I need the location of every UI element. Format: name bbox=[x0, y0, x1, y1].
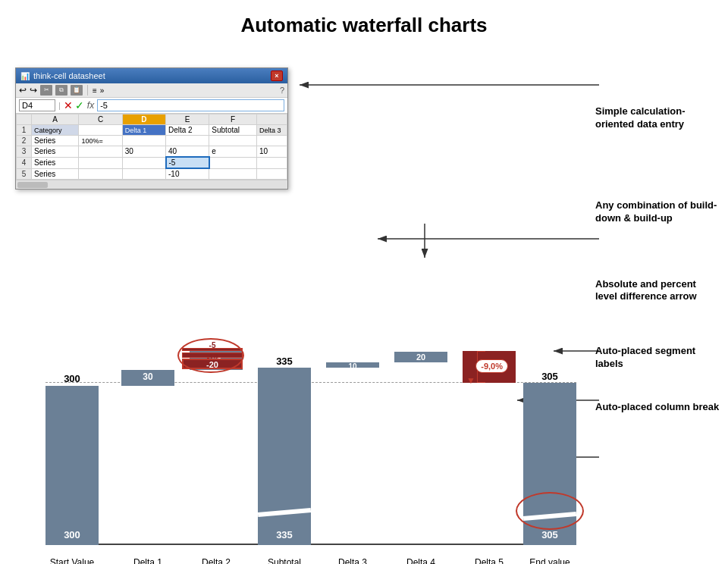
cell-3extra: 10 bbox=[257, 146, 287, 158]
corner-cell bbox=[17, 114, 32, 125]
confirm-formula-icon[interactable]: ✓ bbox=[75, 99, 84, 111]
cell-2a[interactable]: Series bbox=[32, 136, 79, 146]
row-5-header: 5 bbox=[17, 168, 32, 180]
cell-1e[interactable]: Delta 2 bbox=[166, 125, 209, 136]
paste-icon[interactable]: 📋 bbox=[71, 85, 83, 96]
scrollbar-thumb[interactable] bbox=[17, 182, 48, 188]
cell-2e[interactable] bbox=[166, 136, 209, 146]
cell-3a[interactable]: Series bbox=[32, 146, 79, 158]
col-label-start: Start Value bbox=[46, 557, 99, 564]
datasheet-toolbar: ↩ ↪ ✂ ⧉ 📋 ≡ » ? bbox=[16, 83, 287, 98]
cell-5extra bbox=[257, 168, 287, 180]
col-label-delta4: Delta 4 bbox=[394, 557, 447, 564]
col-e-header[interactable]: E bbox=[166, 114, 209, 125]
help-icon[interactable]: ? bbox=[280, 86, 284, 95]
cancel-formula-icon[interactable]: ✕ bbox=[64, 99, 73, 111]
col-a-header[interactable]: A bbox=[32, 114, 79, 125]
formula-icons: ✕ ✓ bbox=[64, 99, 84, 111]
table-row: 2 Series 100%= bbox=[17, 136, 287, 146]
col-label-delta5: Delta 5 bbox=[463, 557, 516, 564]
diff-label: -9,0% bbox=[475, 359, 508, 373]
horizontal-scrollbar[interactable] bbox=[16, 180, 287, 189]
table-row: 5 Series -10 bbox=[17, 168, 287, 180]
circle-end-value bbox=[516, 492, 584, 530]
cell-2f[interactable] bbox=[209, 136, 257, 146]
table-row: 4 Series -5 bbox=[17, 157, 287, 168]
cell-4a[interactable]: Series bbox=[32, 157, 79, 168]
annotation-absolute: Absolute and percent level difference ar… bbox=[595, 278, 720, 304]
datasheet-title: think-cell datasheet bbox=[33, 71, 105, 80]
cell-3f[interactable]: e bbox=[209, 146, 257, 158]
cell-2c[interactable]: 100%= bbox=[79, 136, 122, 146]
name-box[interactable] bbox=[19, 99, 55, 111]
bar-start-value-top-label: 300 bbox=[46, 373, 99, 384]
col-d-header[interactable]: D bbox=[122, 114, 165, 125]
cell-4d[interactable] bbox=[122, 157, 165, 168]
annotations-panel: Simple calculation-oriented data entry A… bbox=[595, 90, 720, 437]
cell-2extra bbox=[257, 136, 287, 146]
cell-4extra bbox=[257, 157, 287, 168]
row-1-header: 1 bbox=[17, 125, 32, 136]
col-extra-header bbox=[257, 114, 287, 125]
page-title: Automatic waterfall charts bbox=[0, 0, 728, 37]
circle-delta2 bbox=[177, 338, 244, 373]
col-label-end: End value bbox=[523, 557, 576, 564]
col-label-subtotal: Subtotal bbox=[258, 557, 311, 564]
col-label-delta3: Delta 3 bbox=[326, 557, 379, 564]
cell-1f[interactable]: Subtotal bbox=[209, 125, 257, 136]
main-content: 📊 think-cell datasheet × ↩ ↪ ✂ ⧉ 📋 ≡ » ?… bbox=[0, 45, 728, 564]
toolbar-separator bbox=[87, 85, 88, 96]
col-f-header[interactable]: F bbox=[209, 114, 257, 125]
annotation-simple: Simple calculation-oriented data entry bbox=[595, 105, 720, 131]
bar-start-value: 300 bbox=[46, 386, 99, 545]
cell-4e-selected[interactable]: -5 bbox=[166, 157, 209, 168]
cell-5d[interactable] bbox=[122, 168, 165, 180]
cell-5e[interactable]: -10 bbox=[166, 168, 209, 180]
col-label-delta2: Delta 2 bbox=[190, 557, 243, 564]
col-c-header[interactable]: C bbox=[79, 114, 122, 125]
row-2-header: 2 bbox=[17, 136, 32, 146]
bar-end-value-top-label: 305 bbox=[523, 371, 576, 382]
redo-icon[interactable]: ↪ bbox=[30, 85, 37, 96]
cell-5c[interactable] bbox=[79, 168, 122, 180]
cell-3d[interactable]: 30 bbox=[122, 146, 165, 158]
row-4-header: 4 bbox=[17, 157, 32, 168]
bar-delta3-label: 10 bbox=[326, 362, 379, 371]
col-label-delta1: Delta 1 bbox=[121, 557, 174, 564]
formula-input[interactable] bbox=[97, 99, 284, 111]
cell-1d[interactable]: Delta 1 bbox=[122, 125, 165, 136]
diff-arrow-down: ▼ bbox=[466, 375, 475, 386]
cell-3c[interactable] bbox=[79, 146, 122, 158]
bar-delta3: 10 bbox=[326, 362, 379, 368]
cell-2d[interactable] bbox=[122, 136, 165, 146]
chart-baseline bbox=[46, 544, 576, 545]
cut-icon[interactable]: ✂ bbox=[40, 85, 52, 96]
cell-5a[interactable]: Series bbox=[32, 168, 79, 180]
cell-1a[interactable]: Category bbox=[32, 125, 79, 136]
cell-3e[interactable]: 40 bbox=[166, 146, 209, 158]
chart-container: 300 300 Start Value 30 Delta 1 40 -5 -10… bbox=[15, 219, 584, 564]
cell-1extra: Delta 3 bbox=[257, 125, 287, 136]
row-3-header: 3 bbox=[17, 146, 32, 158]
bar-start-value-label: 300 bbox=[46, 529, 99, 540]
bar-delta4-label: 20 bbox=[394, 352, 447, 362]
cell-5f[interactable] bbox=[209, 168, 257, 180]
bar-end-value-label: 305 bbox=[523, 529, 576, 540]
formula-bar-separator: | bbox=[58, 101, 61, 110]
copy-icon[interactable]: ⧉ bbox=[55, 85, 67, 96]
cell-4c[interactable] bbox=[79, 157, 122, 168]
bar-subtotal: 335 bbox=[258, 368, 311, 545]
undo-icon[interactable]: ↩ bbox=[19, 85, 27, 96]
formula-bar: | ✕ ✓ fx bbox=[16, 98, 287, 114]
close-button[interactable]: × bbox=[271, 70, 283, 81]
bar-delta1-label: 30 bbox=[121, 371, 174, 382]
bar-delta1: 30 bbox=[121, 370, 174, 386]
bar-subtotal-top-label: 335 bbox=[258, 356, 311, 367]
cell-4f[interactable] bbox=[209, 157, 257, 168]
diff-arrow-top bbox=[477, 351, 485, 352]
toolbar-icon-extra2: » bbox=[100, 86, 105, 95]
cell-1c[interactable] bbox=[79, 125, 122, 136]
bar-delta4: 20 bbox=[394, 352, 447, 362]
data-table: A C D E F 1 Category Delta 1 Delta 2 bbox=[16, 114, 287, 180]
annotation-break: Auto-placed column break bbox=[595, 401, 720, 414]
